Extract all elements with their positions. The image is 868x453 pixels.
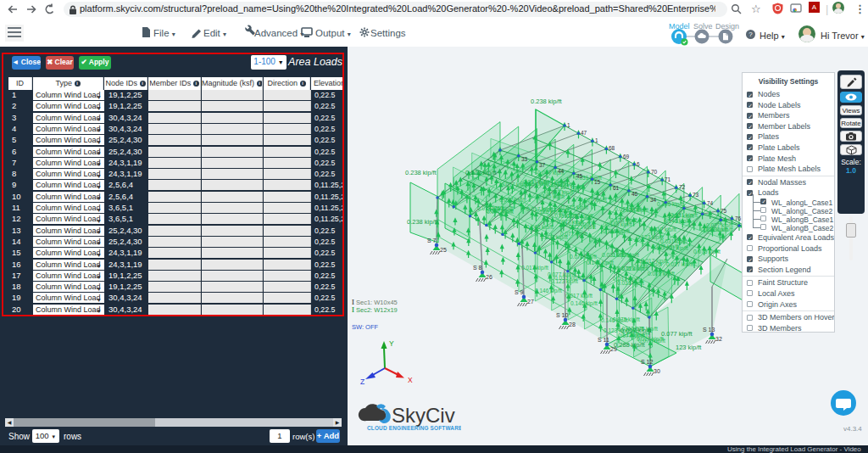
svg-text:47: 47 xyxy=(581,130,587,136)
svg-text:68: 68 xyxy=(609,145,615,151)
svg-text:72: 72 xyxy=(679,184,686,190)
svg-text:45: 45 xyxy=(576,173,583,179)
svg-text:123 kip/ft: 123 kip/ft xyxy=(676,344,702,351)
svg-text:0.288 kip/ft: 0.288 kip/ft xyxy=(614,341,646,349)
svg-text:Y: Y xyxy=(389,339,394,348)
svg-text:61: 61 xyxy=(613,185,620,191)
svg-text:0.017 kip/ft: 0.017 kip/ft xyxy=(649,226,676,233)
svg-text:0.017 kip/ft: 0.017 kip/ft xyxy=(564,221,591,227)
svg-text:0.123 kip/ft: 0.123 kip/ft xyxy=(555,184,582,191)
svg-text:0.146 kip/ft: 0.146 kip/ft xyxy=(664,218,691,225)
svg-text:0.031 kip/ft: 0.031 kip/ft xyxy=(661,245,688,252)
svg-text:SkyCiv: SkyCiv xyxy=(392,404,455,427)
svg-text:0.146 kip/ft: 0.146 kip/ft xyxy=(605,221,632,228)
svg-text:0.123 kip/ft: 0.123 kip/ft xyxy=(535,209,562,215)
svg-text:0.017 kip/ft: 0.017 kip/ft xyxy=(667,213,694,220)
svg-text:0.123 kip/ft: 0.123 kip/ft xyxy=(637,234,664,241)
svg-text:Z: Z xyxy=(360,378,364,386)
svg-text:0.238 kip/ft: 0.238 kip/ft xyxy=(531,98,563,105)
svg-text:S 7: S 7 xyxy=(427,238,437,243)
svg-text:0.146 kip/ft: 0.146 kip/ft xyxy=(526,224,554,231)
svg-text:1: 1 xyxy=(567,122,570,128)
svg-text:0.146 kip/ft: 0.146 kip/ft xyxy=(635,261,662,268)
svg-text:S 8: S 8 xyxy=(473,265,482,271)
svg-text:26: 26 xyxy=(486,274,492,280)
svg-text:75: 75 xyxy=(721,208,727,214)
svg-text:0.017 kip/ft: 0.017 kip/ft xyxy=(521,265,548,271)
svg-text:0.075 kip/ft: 0.075 kip/ft xyxy=(580,197,607,204)
svg-text:0.077 kip/ft: 0.077 kip/ft xyxy=(648,271,675,277)
svg-text:X: X xyxy=(408,376,413,384)
svg-text:0.146 kip/ft: 0.146 kip/ft xyxy=(535,288,562,294)
svg-text:S 12: S 12 xyxy=(641,359,654,365)
svg-text:0.146 kip/ft: 0.146 kip/ft xyxy=(657,201,684,208)
svg-text:0.077 kip/ft: 0.077 kip/ft xyxy=(661,330,693,338)
svg-text:27: 27 xyxy=(527,299,534,305)
svg-text:S 9: S 9 xyxy=(515,289,524,295)
svg-text:28: 28 xyxy=(569,322,576,327)
svg-text:0.077 kip/ft: 0.077 kip/ft xyxy=(548,271,575,278)
svg-text:0.075 kip/ft: 0.075 kip/ft xyxy=(570,254,597,260)
svg-text:0.031 kip/ft: 0.031 kip/ft xyxy=(617,280,644,287)
svg-text:69: 69 xyxy=(623,154,630,159)
svg-text:70: 70 xyxy=(651,169,658,175)
svg-text:0.017 kip/ft: 0.017 kip/ft xyxy=(620,327,653,334)
svg-text:74: 74 xyxy=(707,200,714,206)
svg-text:15: 15 xyxy=(594,179,601,185)
svg-text:32: 32 xyxy=(715,336,722,342)
svg-text:0.031 kip/ft: 0.031 kip/ft xyxy=(706,226,733,233)
svg-text:S 10: S 10 xyxy=(556,312,569,318)
svg-text:71: 71 xyxy=(665,176,671,182)
svg-text:0.075 kip/ft: 0.075 kip/ft xyxy=(693,249,721,255)
svg-text:73: 73 xyxy=(693,192,699,198)
svg-text:0.017 kip/ft: 0.017 kip/ft xyxy=(565,293,593,299)
svg-text:33: 33 xyxy=(521,156,528,162)
svg-text:0.146 kip/ft: 0.146 kip/ft xyxy=(570,300,598,307)
svg-text:0.146 kip/ft: 0.146 kip/ft xyxy=(603,228,630,235)
svg-text:0.075 kip/ft: 0.075 kip/ft xyxy=(613,316,640,323)
svg-text:0.031 kip/ft: 0.031 kip/ft xyxy=(541,234,568,241)
svg-text:0.075 kip/ft: 0.075 kip/ft xyxy=(561,204,588,211)
svg-text:0.031 kip/ft: 0.031 kip/ft xyxy=(602,252,629,259)
svg-text:46: 46 xyxy=(632,191,638,197)
svg-text:0.146 kip/ft: 0.146 kip/ft xyxy=(587,260,614,266)
svg-text:CLOUD ENGINEERING SOFTWARE: CLOUD ENGINEERING SOFTWARE xyxy=(367,425,461,431)
svg-text:0.123 kip/ft: 0.123 kip/ft xyxy=(465,169,498,176)
svg-text:0.238 kip/ft: 0.238 kip/ft xyxy=(407,218,439,226)
svg-text:34: 34 xyxy=(650,197,657,203)
svg-text:25: 25 xyxy=(440,247,447,253)
svg-text:0.017 kip/ft: 0.017 kip/ft xyxy=(666,261,693,268)
svg-text:0.077 kip/ft: 0.077 kip/ft xyxy=(615,206,642,213)
svg-text:37: 37 xyxy=(539,162,546,168)
svg-text:0.146 kip/ft: 0.146 kip/ft xyxy=(537,193,565,200)
svg-text:0.238 kip/ft: 0.238 kip/ft xyxy=(405,169,437,176)
svg-text:44: 44 xyxy=(558,168,565,174)
svg-text:76: 76 xyxy=(735,215,742,221)
svg-text:30: 30 xyxy=(654,368,660,374)
svg-text:S 11: S 11 xyxy=(598,337,609,343)
svg-text:1: 1 xyxy=(595,137,598,143)
svg-text:6: 6 xyxy=(637,161,640,167)
svg-text:S 13: S 13 xyxy=(703,327,715,333)
svg-text:0.077 kip/ft: 0.077 kip/ft xyxy=(499,197,526,204)
svg-text:0.077 kip/ft: 0.077 kip/ft xyxy=(487,209,514,215)
